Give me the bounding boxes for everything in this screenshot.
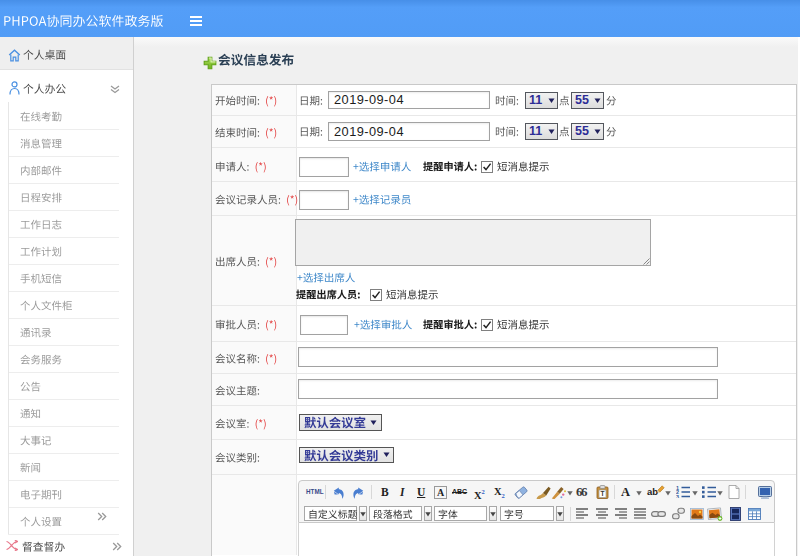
svg-text:3: 3 [676,494,679,499]
svg-text:T: T [601,490,605,497]
svg-text:A: A [437,487,445,498]
